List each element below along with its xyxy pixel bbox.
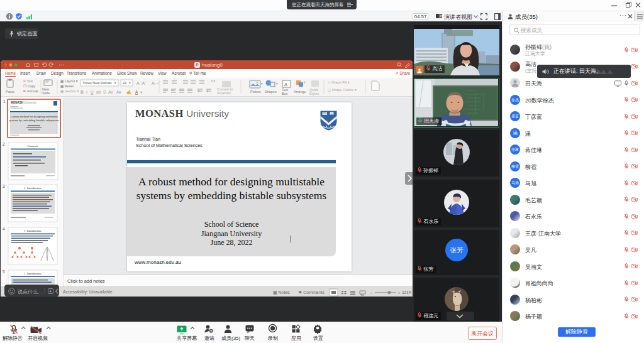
svg-text:✂ Cut: ✂ Cut [23,79,33,83]
svg-text:▾: ▾ [261,82,263,85]
svg-text:ab: ab [96,90,101,94]
svg-text:AV: AV [108,90,114,94]
svg-text:S: S [103,90,106,94]
svg-text:U: U [91,90,94,94]
svg-text:▦ Layout ▾: ▦ Layout ▾ [60,79,78,83]
svg-text:开启视频: 开启视频 [28,335,48,341]
svg-text:▢ Shape Outline ▾: ▢ Shape Outline ▾ [328,88,357,92]
svg-text:Box: Box [282,92,288,95]
svg-text:应用: 应用 [291,335,301,341]
svg-text:▩ Notes: ▩ Notes [273,290,290,295]
svg-text:SmartArt: SmartArt [217,91,231,95]
svg-text:4: 4 [3,227,5,231]
svg-text:1. Introduction: 1. Introduction [24,187,42,190]
svg-text:▾: ▾ [276,82,278,85]
svg-text:✍: ✍ [126,89,132,95]
svg-text:Shapes: Shapes [265,90,277,94]
svg-text:MONASH University: MONASH University [11,101,37,104]
svg-text:邀请: 邀请 [204,335,214,341]
svg-text:解除静音: 解除静音 [3,335,23,341]
svg-text:A robust method for designing: A robust method for designing multistabl… [9,115,58,118]
svg-text:−: − [370,290,373,296]
svg-text:5: 5 [3,270,5,274]
svg-text:Aˆ Aˇ: Aˆ Aˇ [136,81,147,85]
svg-text:▾: ▾ [114,81,116,85]
svg-text:▦ Reset: ▦ Reset [60,84,74,88]
svg-text:B: B [80,90,84,94]
svg-text:▾: ▾ [140,90,143,94]
svg-text:24: 24 [123,81,126,85]
svg-text:设置: 设置 [313,335,323,341]
svg-text:A⇎: A⇎ [152,81,160,85]
svg-text:121%: 121% [402,290,411,295]
svg-text:▦ Section ▾: ▦ Section ▾ [60,89,79,93]
svg-text:⚑ Comments: ⚑ Comments [298,290,325,295]
svg-text:systems by embedding bistable: systems by embedding bistable subsystems [9,119,59,122]
svg-text:共享屏幕: 共享屏幕 [177,335,197,341]
svg-text:◇ Shape Fill ▾: ◇ Shape Fill ▾ [328,80,350,84]
svg-text:A: A [284,82,287,87]
svg-text:A▾: A▾ [116,90,121,94]
svg-text:Styles: Styles [309,92,319,95]
svg-text:1. Introduction: 1. Introduction [24,229,42,232]
svg-text:I: I [86,90,87,94]
svg-text:Contents: Contents [27,144,38,148]
svg-text:成员(35): 成员(35) [221,335,241,341]
svg-text:✏ Format: ✏ Format [23,89,38,93]
svg-text:1. Introduction: 1. Introduction [24,272,42,275]
svg-text:录制: 录制 [268,335,278,341]
svg-text:▾: ▾ [129,81,131,85]
svg-text:Arrange: Arrange [294,90,306,94]
svg-text:⇅▾: ⇅▾ [211,79,216,83]
svg-text:1: 1 [3,99,6,104]
svg-text:聊天: 聊天 [245,335,255,341]
svg-text:+: + [397,290,401,296]
svg-text:Paste: Paste [6,90,14,94]
svg-text:Times New Roman: Times New Roman [82,81,112,85]
svg-text:Slide: Slide [42,91,50,95]
svg-text:A: A [135,90,138,94]
svg-text:2: 2 [3,142,5,146]
svg-text:3: 3 [3,184,5,188]
svg-text:❐ Copy: ❐ Copy [23,84,36,88]
svg-text:Picture: Picture [250,90,261,94]
